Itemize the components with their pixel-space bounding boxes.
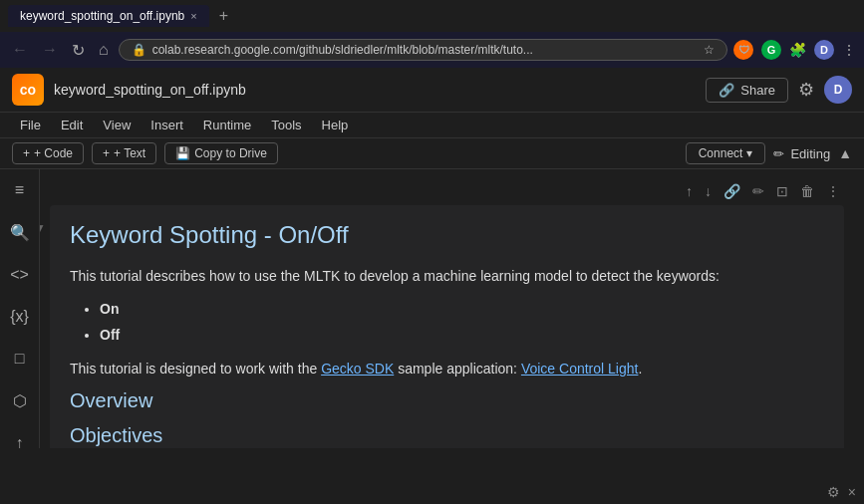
objectives-heading: Objectives	[70, 424, 824, 447]
sidebar-code-icon[interactable]: <>	[6, 262, 33, 288]
copy-to-drive-button[interactable]: 💾 Copy to Drive	[164, 142, 278, 164]
menu-insert[interactable]: Insert	[143, 115, 191, 135]
lock-icon: 🔒	[132, 43, 146, 57]
sdk-text-post: .	[638, 361, 642, 377]
keywords-list: On Off	[70, 297, 824, 347]
tab-close-icon[interactable]: ×	[190, 10, 196, 22]
settings-button[interactable]: ⚙	[798, 79, 814, 101]
menu-help[interactable]: Help	[314, 115, 357, 135]
menu-runtime[interactable]: Runtime	[195, 115, 259, 135]
add-text-button[interactable]: + + Text	[92, 142, 156, 164]
colab-header: co keyword_spotting_on_off.ipynb 🔗 Share…	[0, 68, 864, 113]
main-content: ≡ 🔍 <> {x} □ ⬡ ↑ ↑ ↓ 🔗 ✏ ⊡ 🗑 ⋮ ▼ Keyword…	[0, 169, 864, 448]
active-tab[interactable]: keyword_spotting_on_off.ipynb ×	[8, 5, 209, 27]
collapse-toolbar-button[interactable]: ▲	[838, 145, 852, 161]
edit-pencil-icon: ✏	[773, 146, 784, 161]
menu-bar: File Edit View Insert Runtime Tools Help	[0, 113, 864, 138]
sidebar-extensions-icon[interactable]: ⬡	[9, 387, 31, 414]
share-icon: 🔗	[719, 83, 734, 98]
menu-edit[interactable]: Edit	[53, 115, 91, 135]
user-avatar[interactable]: D	[824, 76, 852, 104]
header-actions: 🔗 Share ⚙ D	[706, 76, 852, 104]
sidebar: ≡ 🔍 <> {x} □ ⬡ ↑	[0, 169, 40, 448]
plus-code-icon: +	[23, 146, 30, 160]
edit-icon[interactable]: ✏	[748, 181, 768, 201]
connect-button[interactable]: Connect ▾	[686, 142, 766, 164]
tab-label: keyword_spotting_on_off.ipynb	[20, 9, 184, 23]
link-icon[interactable]: 🔗	[720, 181, 744, 201]
back-button[interactable]: ←	[8, 39, 32, 61]
sdk-text-pre: This tutorial is designed to work with t…	[70, 361, 321, 377]
new-tab-button[interactable]: +	[215, 7, 232, 25]
more-options-icon[interactable]: ⋮	[822, 181, 844, 201]
sidebar-search-icon[interactable]: 🔍	[6, 219, 34, 246]
keyword-off: Off	[100, 323, 824, 348]
url-text: colab.research.google.com/github/sldried…	[152, 43, 698, 57]
add-code-button[interactable]: + + Code	[12, 142, 84, 164]
refresh-button[interactable]: ↻	[68, 39, 89, 62]
user-profile-icon[interactable]: D	[814, 40, 834, 60]
connect-dropdown-icon: ▾	[746, 146, 752, 160]
gecko-sdk-link[interactable]: Gecko SDK	[321, 361, 394, 377]
cell-toolbar: ↑ ↓ 🔗 ✏ ⊡ 🗑 ⋮	[50, 181, 844, 201]
voice-control-link[interactable]: Voice Control Light	[521, 361, 639, 377]
home-button[interactable]: ⌂	[95, 39, 113, 61]
plus-text-icon: +	[103, 146, 110, 160]
colab-logo: co	[12, 74, 44, 106]
sdk-text-mid: sample application:	[394, 361, 521, 377]
sidebar-menu-icon[interactable]: ≡	[11, 177, 28, 203]
fullscreen-icon[interactable]: ⊡	[772, 181, 792, 201]
move-up-icon[interactable]: ↑	[682, 181, 697, 201]
drive-icon: 💾	[175, 146, 190, 160]
notebook-area: ↑ ↓ 🔗 ✏ ⊡ 🗑 ⋮ ▼ Keyword Spotting - On/Of…	[40, 169, 864, 448]
extensions-icon[interactable]: 🧩	[789, 42, 806, 58]
extension-icon-1[interactable]: 🛡	[733, 40, 753, 60]
bookmark-icon[interactable]: ☆	[704, 43, 715, 57]
notebook-filename: keyword_spotting_on_off.ipynb	[54, 82, 696, 98]
browser-extensions: 🛡 G 🧩 D ⋮	[733, 40, 856, 60]
forward-button[interactable]: →	[38, 39, 62, 61]
keyword-on: On	[100, 297, 824, 322]
menu-file[interactable]: File	[12, 115, 49, 135]
move-down-icon[interactable]: ↓	[701, 181, 716, 201]
url-bar[interactable]: 🔒 colab.research.google.com/github/sldri…	[119, 39, 727, 61]
menu-view[interactable]: View	[95, 115, 139, 135]
notebook-main-title: Keyword Spotting - On/Off	[70, 221, 824, 249]
intro-text: This tutorial describes how to use the M…	[70, 265, 824, 287]
sidebar-variables-icon[interactable]: {x}	[6, 304, 33, 330]
overview-heading: Overview	[70, 389, 824, 412]
browser-menu-icon[interactable]: ⋮	[842, 42, 856, 58]
delete-icon[interactable]: 🗑	[796, 181, 818, 201]
sidebar-upload-icon[interactable]: ↑	[12, 430, 28, 448]
toolbar: + + Code + + Text 💾 Copy to Drive Connec…	[0, 138, 864, 169]
share-button[interactable]: 🔗 Share	[706, 78, 788, 103]
cell-collapse-arrow[interactable]: ▼	[40, 221, 46, 235]
extension-icon-2[interactable]: G	[761, 40, 781, 60]
menu-tools[interactable]: Tools	[263, 115, 309, 135]
nav-bar: ← → ↻ ⌂ 🔒 colab.research.google.com/gith…	[0, 32, 864, 68]
sidebar-files-icon[interactable]: □	[11, 346, 29, 372]
sdk-description: This tutorial is designed to work with t…	[70, 358, 824, 379]
notebook-cell: ▼ Keyword Spotting - On/Off This tutoria…	[50, 205, 844, 448]
editing-indicator: ✏ Editing	[773, 146, 830, 161]
